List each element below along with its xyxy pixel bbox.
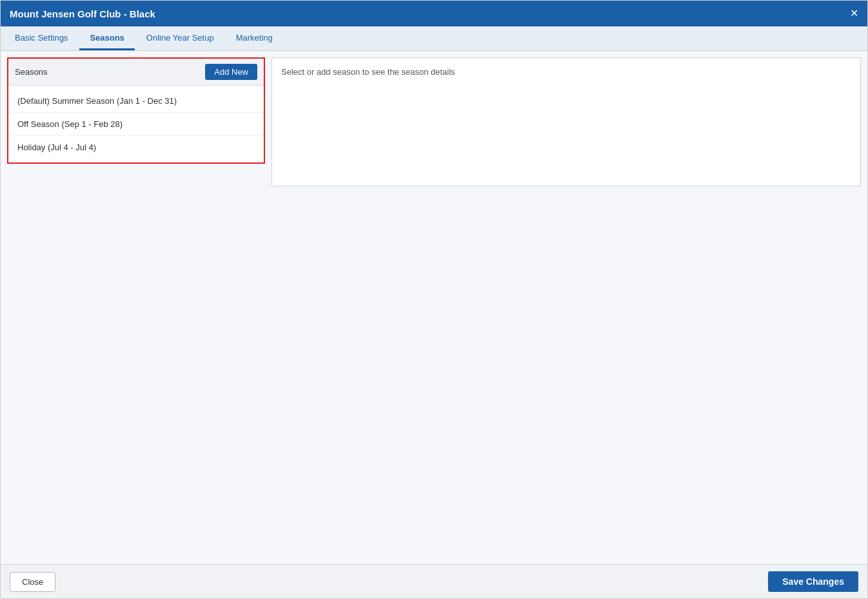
season-item-holiday[interactable]: Holiday (Jul 4 - Jul 4)	[8, 136, 264, 159]
tab-online-year-setup[interactable]: Online Year Setup	[136, 27, 224, 50]
season-item-off-season[interactable]: Off Season (Sep 1 - Feb 28)	[8, 113, 264, 136]
add-new-button[interactable]: Add New	[205, 64, 257, 80]
tab-bar: Basic Settings Seasons Online Year Setup…	[1, 26, 867, 51]
season-details-panel: Select or add season to see the season d…	[271, 57, 861, 186]
main-window: Mount Jensen Golf Club - Black ✕ Basic S…	[0, 0, 868, 599]
season-details-hint: Select or add season to see the season d…	[281, 67, 455, 77]
seasons-list: (Default) Summer Season (Jan 1 - Dec 31)…	[8, 86, 264, 162]
main-content: Seasons Add New (Default) Summer Season …	[1, 51, 867, 564]
season-item-summer[interactable]: (Default) Summer Season (Jan 1 - Dec 31)	[8, 90, 264, 113]
tab-marketing[interactable]: Marketing	[226, 27, 283, 50]
seasons-panel-title: Seasons	[15, 67, 48, 77]
seasons-panel-header: Seasons Add New	[8, 59, 264, 86]
window-title: Mount Jensen Golf Club - Black	[10, 8, 155, 19]
save-changes-button[interactable]: Save Changes	[768, 571, 858, 592]
close-button[interactable]: Close	[10, 572, 55, 592]
title-bar: Mount Jensen Golf Club - Black ✕	[1, 1, 867, 26]
footer: Close Save Changes	[1, 564, 867, 598]
seasons-left-panel: Seasons Add New (Default) Summer Season …	[7, 57, 265, 164]
tab-seasons[interactable]: Seasons	[79, 27, 134, 50]
window-close-button[interactable]: ✕	[850, 8, 858, 19]
tab-basic-settings[interactable]: Basic Settings	[5, 27, 78, 50]
